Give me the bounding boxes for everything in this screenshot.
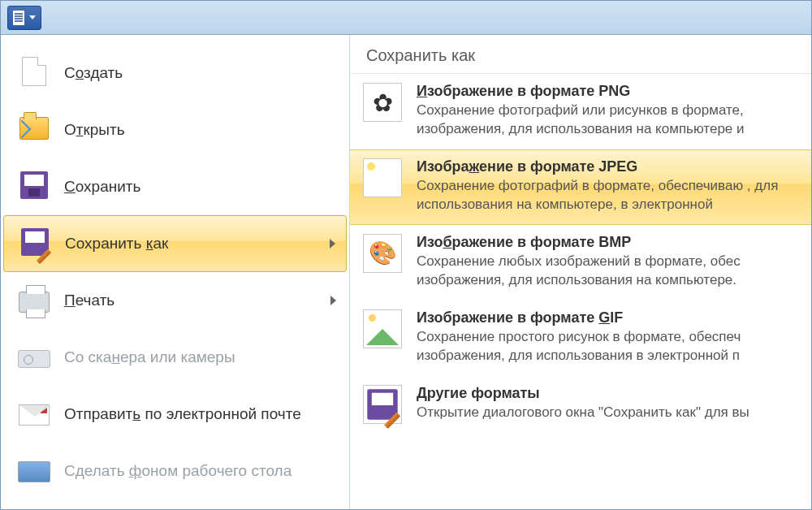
format-item-gif[interactable]: Изображение в формате GIF Сохранение про… xyxy=(350,300,811,376)
format-desc: Сохранение фотографий в формате, обеспеч… xyxy=(417,177,798,214)
other-format-icon xyxy=(363,385,402,424)
jpeg-icon xyxy=(363,158,402,197)
printer-icon xyxy=(17,285,51,317)
gif-icon xyxy=(363,309,402,348)
format-title: Другие форматы xyxy=(417,385,798,402)
format-title: Изображение в формате GIF xyxy=(417,309,798,326)
save-icon xyxy=(17,171,51,203)
menu-item-send-email[interactable]: Отправить по электронной почте xyxy=(1,386,349,443)
menu-label: Отправить по электронной почте xyxy=(64,405,301,423)
menu-label: Со сканера или камеры xyxy=(64,348,235,366)
menu-label: Создать xyxy=(64,64,123,82)
paint-file-menu: Создать Открыть Сохранить Сохранить как xyxy=(0,0,812,510)
menu-item-set-desktop-bg: Сделать фоном рабочего стола xyxy=(1,443,349,499)
mail-icon xyxy=(17,400,51,430)
menu-label: Сделать фоном рабочего стола xyxy=(64,462,292,480)
menu-item-from-scanner: Со сканера или камеры xyxy=(1,329,349,386)
menu-item-new[interactable]: Создать xyxy=(1,45,349,102)
menu-label: Сохранить как xyxy=(65,235,168,253)
format-item-png[interactable]: ✿ Изображение в формате PNG Сохранение ф… xyxy=(350,74,811,149)
save-as-formats-pane: Сохранить как ✿ Изображение в формате PN… xyxy=(350,35,811,509)
file-menu-left: Создать Открыть Сохранить Сохранить как xyxy=(1,35,350,509)
chevron-right-icon xyxy=(330,239,335,249)
format-desc: Сохранение простого рисунок в формате, о… xyxy=(417,328,798,365)
format-title: Изображение в формате JPEG xyxy=(417,158,798,175)
chevron-right-icon xyxy=(330,296,336,305)
menu-label: Печать xyxy=(64,292,114,309)
new-file-icon xyxy=(17,57,51,90)
document-icon xyxy=(13,11,24,25)
file-menu-button[interactable] xyxy=(7,6,41,30)
format-item-jpeg[interactable]: Изображение в формате JPEG Сохранение фо… xyxy=(350,149,811,225)
menu-label: Открыть xyxy=(64,121,125,139)
format-item-other[interactable]: Другие форматы Открытие диалогового окна… xyxy=(350,376,811,434)
chevron-down-icon xyxy=(29,15,36,19)
file-menu-panel: Создать Открыть Сохранить Сохранить как xyxy=(1,35,811,509)
menu-label: Сохранить xyxy=(64,178,140,196)
menu-item-save-as[interactable]: Сохранить как xyxy=(3,215,347,272)
format-title: Изображение в формате PNG xyxy=(417,83,798,100)
titlebar xyxy=(1,1,811,35)
menu-item-save[interactable]: Сохранить xyxy=(1,158,349,215)
desktop-bg-icon xyxy=(17,456,51,486)
format-desc: Сохранение любых изображений в формате, … xyxy=(417,253,798,290)
format-title: Изображение в формате BMP xyxy=(417,234,798,251)
png-icon: ✿ xyxy=(363,83,402,122)
menu-item-open[interactable]: Открыть xyxy=(1,102,349,158)
format-desc: Открытие диалогового окна "Сохранить как… xyxy=(417,404,798,422)
scanner-icon xyxy=(17,344,51,372)
save-as-icon xyxy=(18,228,52,260)
menu-item-print[interactable]: Печать xyxy=(1,272,349,329)
open-folder-icon xyxy=(17,117,51,144)
format-item-bmp[interactable]: 🎨 Изображение в формате BMP Сохранение л… xyxy=(350,225,811,300)
format-desc: Сохранение фотографий или рисунков в фор… xyxy=(417,102,798,139)
save-as-heading: Сохранить как xyxy=(350,45,811,74)
bmp-icon: 🎨 xyxy=(363,234,402,273)
